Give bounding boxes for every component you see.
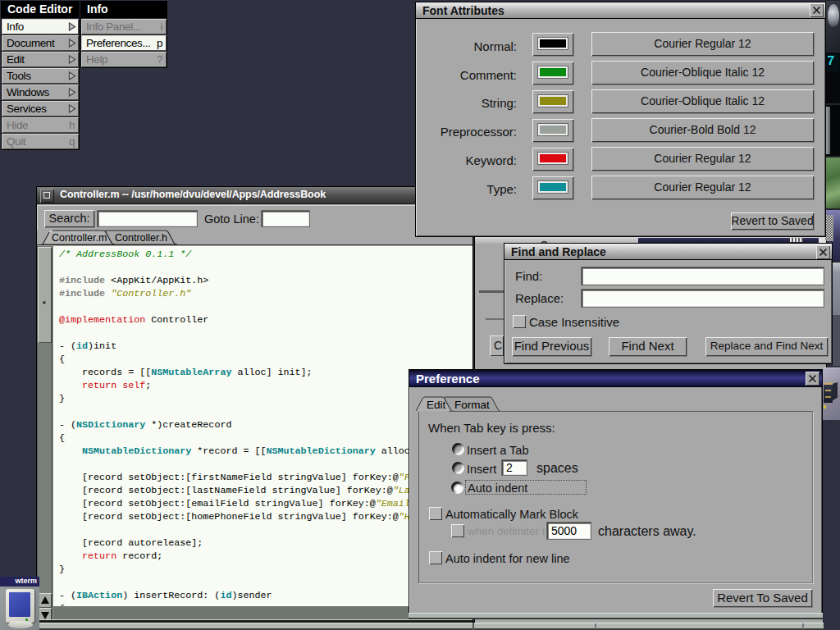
svg-text:Controller.m: Controller.m: [52, 232, 107, 244]
svg-text:Format: Format: [454, 399, 490, 411]
svg-text:Controller.h: Controller.h: [115, 232, 167, 244]
svg-text:Edit: Edit: [427, 399, 446, 411]
